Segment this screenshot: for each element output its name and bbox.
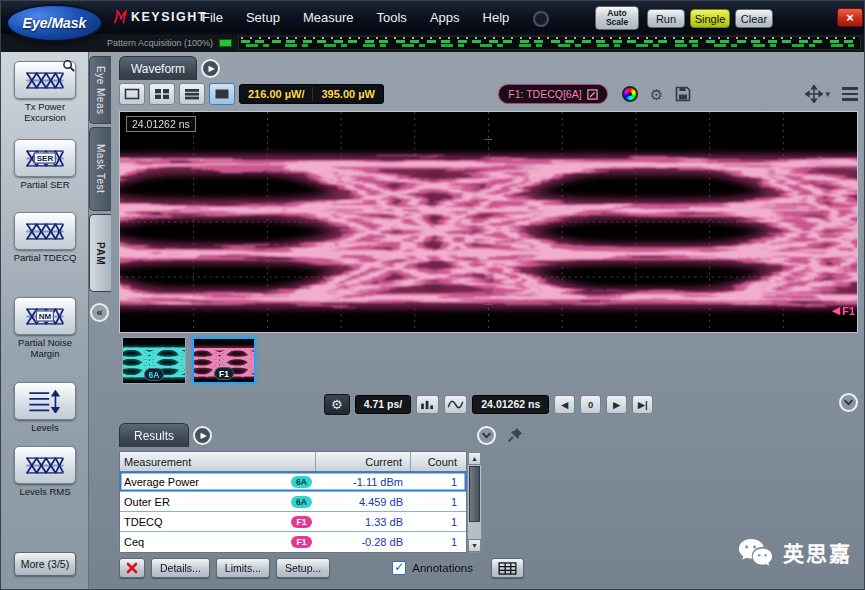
table-view-button[interactable] (491, 558, 524, 578)
close-button[interactable]: × (837, 8, 863, 27)
source-select-button[interactable]: F1: TDECQ[6A] (498, 84, 607, 104)
acquisition-label: Pattern Acquisition (100%) (107, 38, 213, 48)
quad-pane-icon (154, 88, 170, 100)
sidebar-item-tx-power-excursion[interactable]: Tx Power Excursion (1, 61, 89, 124)
pattern-trace-top (241, 40, 858, 43)
results-play-icon[interactable]: ▶ (193, 426, 212, 445)
results-table-header: Measurement Current Count (120, 452, 466, 472)
sidebar-item-partial-noise-margin[interactable]: NM Partial Noise Margin (1, 297, 89, 360)
menu-help[interactable]: Help (483, 10, 510, 25)
scroll-down-button[interactable]: ▼ (468, 539, 481, 552)
trace-thumbnails: 6A F1 (122, 337, 256, 384)
results-scrollbar[interactable]: ▲ ▼ (467, 451, 482, 553)
run-button[interactable]: Run (647, 9, 685, 28)
time-span-label: 24.01262 ns (126, 116, 196, 132)
setup-button[interactable]: Setup... (276, 558, 330, 578)
collapse-waveform-panel-button[interactable] (839, 393, 858, 412)
waveform-toolbar: 216.00 µW/ 395.00 µW F1: TDECQ[6A] ⚙ ▾ (119, 81, 858, 107)
menu-measure[interactable]: Measure (303, 10, 354, 25)
measurement-current-value: -1.11 dBm (316, 472, 411, 491)
levels-rms-button[interactable] (14, 446, 76, 484)
scroll-up-button[interactable]: ▲ (468, 452, 481, 465)
tab-pam-label: PAM (95, 242, 106, 265)
tab-eye-meas-label: Eye Meas (95, 66, 106, 114)
tab-waveform[interactable]: Waveform (119, 56, 197, 80)
keysight-spark-icon (113, 8, 127, 25)
status-icon[interactable] (533, 11, 549, 27)
color-wheel-icon[interactable] (622, 86, 638, 102)
measurement-current-value: 1.33 dB (316, 512, 411, 531)
panel-menu-icon[interactable] (842, 87, 858, 101)
sidebar-item-partial-ser[interactable]: SER Partial SER (1, 139, 89, 191)
layout-single-button[interactable] (119, 83, 145, 105)
timebase-position-readout[interactable]: 24.01262 ns (472, 395, 549, 414)
menu-tools[interactable]: Tools (377, 10, 407, 25)
menu-apps[interactable]: Apps (430, 10, 460, 25)
nav-end-button[interactable]: ▶| (632, 395, 653, 414)
layout-current-button[interactable] (209, 83, 235, 105)
limits-button[interactable]: Limits... (216, 558, 270, 578)
clear-results-button[interactable] (119, 558, 145, 578)
clear-button[interactable]: Clear (735, 9, 773, 28)
partial-tdecq-button[interactable] (14, 212, 76, 250)
auto-scale-button[interactable]: Auto Scale (595, 6, 639, 30)
f1-trace-marker[interactable]: ◀ F1 (832, 304, 855, 317)
partial-noise-margin-button[interactable]: NM (14, 297, 76, 335)
timebase-controls: ⚙ 4.71 ps/ 24.01262 ns ◀ 0 ▶ ▶| (119, 392, 858, 416)
move-cross-icon[interactable] (805, 85, 823, 103)
pin-icon[interactable] (507, 427, 523, 443)
annotations-checkbox[interactable]: ✓ (392, 561, 406, 575)
red-x-icon (126, 562, 138, 574)
save-icon[interactable] (675, 86, 691, 102)
source-badge: F1 (291, 536, 312, 548)
sidebar-item-levels[interactable]: Levels (1, 382, 89, 434)
layout-rows-button[interactable] (179, 83, 205, 105)
collapse-sidebar-button[interactable]: « (90, 303, 109, 322)
marker-arrow-icon: ◀ (832, 304, 840, 317)
partial-ser-button[interactable]: SER (14, 139, 76, 177)
nav-next-button[interactable]: ▶ (606, 395, 627, 414)
details-button[interactable]: Details... (151, 558, 210, 578)
tx-power-excursion-button[interactable] (14, 61, 76, 99)
layout-grid-button[interactable] (149, 83, 175, 105)
levels-button[interactable] (14, 382, 76, 420)
single-button[interactable]: Single (690, 9, 730, 28)
eye-diagram-plot[interactable] (120, 112, 857, 332)
nav-prev-button[interactable]: ◀ (554, 395, 575, 414)
waveform-mode-button[interactable] (444, 395, 467, 414)
histogram-mode-button[interactable] (416, 395, 439, 414)
sidebar-item-label: Partial Noise Margin (3, 338, 87, 360)
timebase-settings-button[interactable]: ⚙ (324, 394, 350, 415)
sidebar-item-partial-tdecq[interactable]: Partial TDECQ (1, 212, 89, 264)
sidebar-item-levels-rms[interactable]: Levels RMS (1, 446, 89, 498)
result-row-tdecq[interactable]: TDECQ F1 1.33 dB 1 (120, 512, 466, 532)
offset-value[interactable]: 395.00 µW (313, 88, 382, 100)
thumbnail-6a-badge: 6A (144, 368, 164, 381)
collapse-results-panel-button[interactable] (477, 426, 496, 445)
tab-eye-meas[interactable]: Eye Meas (89, 56, 111, 124)
nav-zero-button[interactable]: 0 (580, 395, 601, 414)
tab-pam[interactable]: PAM (89, 214, 111, 292)
result-row-outer-er[interactable]: Outer ER 6A 4.459 dB 1 (120, 492, 466, 512)
timebase-scale-readout[interactable]: 4.71 ps/ (355, 395, 412, 414)
menu-file[interactable]: File (202, 10, 223, 25)
settings-gear-icon[interactable]: ⚙ (650, 87, 663, 102)
tab-mask-test[interactable]: Mask Test (89, 127, 111, 211)
dropdown-arrow-icon[interactable]: ▾ (825, 89, 830, 99)
pan-zoom-control[interactable]: ▾ (805, 85, 830, 103)
vertical-scale-readout[interactable]: 216.00 µW/ 395.00 µW (239, 84, 384, 104)
thumbnail-6a[interactable]: 6A (122, 337, 186, 384)
result-row-average-power[interactable]: Average Power 6A -1.11 dBm 1 (120, 472, 466, 492)
app-mode-button[interactable]: Eye/Mask (6, 4, 103, 42)
tab-results[interactable]: Results (119, 423, 189, 447)
menu-setup[interactable]: Setup (246, 10, 280, 25)
waveform-play-icon[interactable]: ▶ (201, 59, 220, 78)
scale-value[interactable]: 216.00 µW/ (240, 88, 312, 100)
watermark-text: 英思嘉 (783, 537, 852, 567)
annotations-label: Annotations (412, 562, 473, 574)
scroll-thumb[interactable] (469, 466, 480, 522)
more-measurements-button[interactable]: More (3/5) (14, 552, 76, 576)
measurement-count: 1 (411, 472, 465, 491)
thumbnail-f1[interactable]: F1 (192, 337, 256, 384)
result-row-ceq[interactable]: Ceq F1 -0.28 dB 1 (120, 532, 466, 552)
